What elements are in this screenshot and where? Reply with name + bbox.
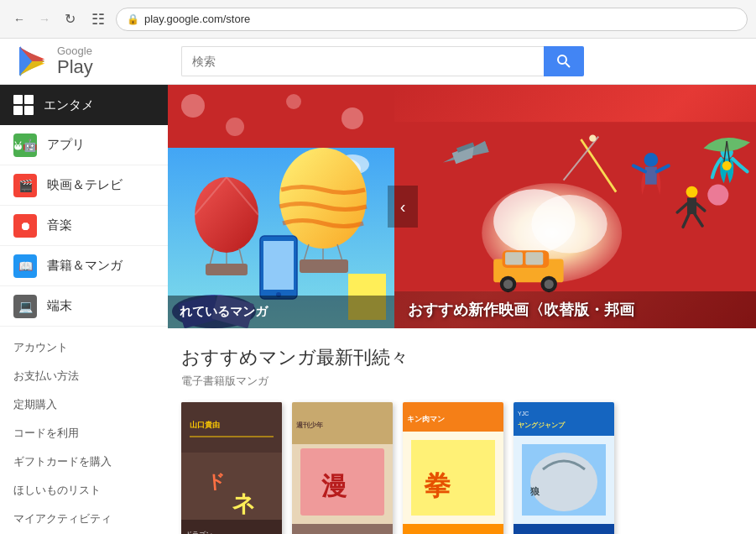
address-bar[interactable]: 🔒 play.google.com/store — [116, 8, 748, 31]
sidebar-music-label: 音楽 — [47, 217, 72, 233]
google-play-logo-icon — [13, 43, 50, 80]
manga-artwork: れているマンガ — [168, 85, 394, 328]
carousel-prev-button[interactable]: ‹ — [388, 186, 418, 228]
book-card-1[interactable]: 山口貴由 ド ネ ドラゴン — [181, 402, 282, 534]
sidebar-movies-label: 映画＆テレビ — [47, 177, 123, 193]
nav-buttons: ← → ↻ — [8, 8, 81, 30]
svg-point-73 — [722, 161, 732, 170]
search-icon — [556, 54, 571, 69]
content-area: れているマンガ ‹ — [168, 85, 756, 534]
banner-movies-overlay: おすすめ新作映画〈吹替版・邦画 — [394, 291, 756, 328]
sidebar-entertainment-label: エンタメ — [44, 97, 94, 113]
book-cover-3: キン肉マン 拳 — [403, 402, 503, 534]
logo-play-text: Play — [57, 56, 93, 77]
sidebar-item-apps[interactable]: 🤖 アプリ — [0, 125, 168, 165]
grid-icon — [13, 95, 34, 115]
books-row: 山口貴由 ド ネ ドラゴン — [181, 402, 743, 534]
sidebar-item-devices[interactable]: 💻 端末 — [0, 286, 168, 327]
search-input[interactable] — [181, 46, 544, 76]
banner-carousel: れているマンガ ‹ — [168, 85, 756, 328]
search-container — [181, 46, 584, 76]
svg-rect-34 — [263, 241, 294, 290]
svg-rect-94 — [403, 524, 503, 534]
svg-point-74 — [707, 185, 728, 206]
svg-text:YJC: YJC — [518, 411, 529, 416]
svg-point-15 — [226, 118, 244, 136]
sidebar-link-code[interactable]: コードを利用 — [0, 419, 168, 448]
svg-rect-53 — [645, 167, 657, 185]
svg-point-66 — [503, 280, 513, 289]
banner-manga[interactable]: れているマンガ — [168, 85, 394, 328]
book-card-2[interactable]: 週刊少年 漫 — [292, 402, 393, 534]
section-subtitle: 電子書籍版マンガ — [181, 374, 743, 389]
main-layout: エンタメ 🤖 アプリ 🎬 映画 — [0, 85, 756, 534]
search-button[interactable] — [544, 46, 584, 76]
sidebar-link-payment[interactable]: お支払い方法 — [0, 362, 168, 390]
sidebar-link-wishlist[interactable]: ほしいものリスト — [0, 476, 168, 505]
svg-text:狼: 狼 — [529, 486, 540, 496]
book-cover-4: YJC ヤングジャンプ 狼 — [514, 402, 614, 534]
svg-text:ヤングジャンプ: ヤングジャンプ — [518, 421, 566, 429]
books-icon: 📖 — [13, 254, 37, 278]
svg-text:ド: ド — [206, 470, 227, 493]
android-icon: 🤖 — [13, 134, 37, 157]
music-icon: ⏺ — [13, 214, 37, 238]
svg-rect-78 — [190, 436, 274, 437]
svg-point-17 — [342, 107, 363, 129]
svg-rect-32 — [300, 259, 348, 273]
sidebar-link-account[interactable]: アカウント — [0, 333, 168, 362]
book-cover-1: 山口貴由 ド ネ ドラゴン — [181, 402, 282, 534]
svg-rect-69 — [505, 252, 523, 264]
refresh-button[interactable]: ↻ — [59, 8, 81, 30]
svg-rect-57 — [687, 198, 696, 214]
svg-rect-25 — [206, 264, 248, 275]
sidebar-item-books[interactable]: 📖 書籍＆マンガ — [0, 246, 168, 286]
svg-point-16 — [286, 94, 301, 109]
forward-button[interactable]: → — [34, 8, 55, 30]
browser-chrome: ← → ↻ ☷ 🔒 play.google.com/store — [0, 0, 756, 39]
sidebar-item-movies[interactable]: 🎬 映画＆テレビ — [0, 165, 168, 206]
sidebar-links: アカウント お支払い方法 定期購入 コードを利用 ギフトカードを購入 ほしいもの… — [0, 327, 168, 534]
back-button[interactable]: ← — [8, 8, 30, 30]
svg-point-56 — [686, 186, 698, 198]
svg-text:ドラゴン: ドラゴン — [185, 531, 212, 534]
page-header: Google Play — [0, 39, 756, 85]
svg-rect-88 — [292, 524, 393, 534]
balloon-illustration — [168, 85, 394, 328]
movies-artwork: おすすめ新作映画〈吹替版・邦画 — [394, 85, 756, 328]
sidebar-link-subscription[interactable]: 定期購入 — [0, 390, 168, 419]
svg-point-28 — [279, 148, 367, 249]
sidebar: エンタメ 🤖 アプリ 🎬 映画 — [0, 85, 168, 534]
book-2-cover-art: 週刊少年 漫 — [292, 402, 393, 534]
svg-text:山口貴由: 山口貴由 — [190, 421, 220, 429]
sidebar-apps-label: アプリ — [47, 137, 85, 153]
banner-movies[interactable]: おすすめ新作映画〈吹替版・邦画 — [394, 85, 756, 328]
svg-rect-96 — [514, 402, 614, 436]
logo-google-text: Google — [57, 45, 93, 57]
devices-icon: 💻 — [13, 295, 37, 318]
svg-line-5 — [566, 63, 570, 67]
sidebar-item-music[interactable]: ⏺ 音楽 — [0, 206, 168, 246]
sidebar-books-label: 書籍＆マンガ — [47, 258, 123, 274]
sidebar-link-activity[interactable]: マイアクティビティ — [0, 505, 168, 533]
svg-line-11 — [20, 141, 21, 143]
sidebar-devices-label: 端末 — [47, 298, 72, 314]
svg-point-43 — [531, 195, 607, 254]
movie-icon: 🎬 — [13, 174, 37, 197]
svg-rect-102 — [514, 524, 614, 534]
book-cover-2: 週刊少年 漫 — [292, 402, 393, 534]
banner-movies-title: おすすめ新作映画〈吹替版・邦画 — [408, 301, 634, 318]
sidebar-item-entertainment[interactable]: エンタメ — [0, 85, 168, 125]
banner-manga-title: れているマンガ — [180, 304, 268, 318]
svg-text:週刊少年: 週刊少年 — [296, 421, 323, 429]
sidebar-link-giftcard[interactable]: ギフトカードを購入 — [0, 448, 168, 476]
book-card-4[interactable]: YJC ヤングジャンプ 狼 — [514, 402, 614, 534]
svg-text:ネ: ネ — [232, 490, 256, 516]
book-1-cover-art: 山口貴由 ド ネ ドラゴン — [181, 402, 282, 534]
book-card-3[interactable]: キン肉マン 拳 — [403, 402, 503, 534]
svg-point-51 — [644, 153, 659, 167]
banner-manga-overlay: れているマンガ — [168, 296, 394, 328]
apps-grid-button[interactable]: ☷ — [87, 8, 109, 30]
svg-text:拳: 拳 — [424, 470, 451, 500]
lock-icon: 🔒 — [127, 13, 139, 25]
